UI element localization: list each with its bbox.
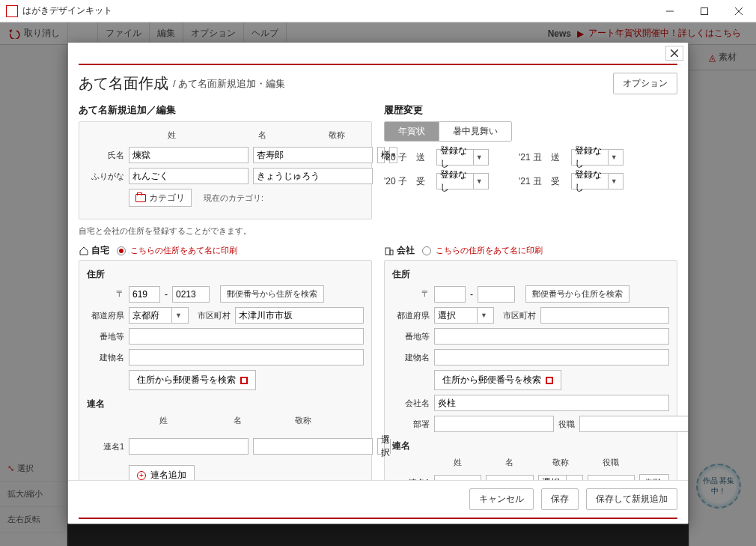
marker-icon	[546, 377, 553, 384]
category-button[interactable]: カテゴリ	[129, 189, 192, 207]
app-icon	[6, 5, 18, 17]
address-note: 自宅と会社の住所を登録することができます。	[79, 225, 677, 237]
home-renmei-mei[interactable]	[253, 438, 373, 455]
home-renmei-keisho[interactable]: 選択▼	[377, 438, 385, 455]
current-category-label: 現在のカテゴリ:	[204, 192, 263, 204]
company-zip2[interactable]	[478, 286, 515, 303]
company-yakushoku[interactable]	[579, 416, 688, 432]
home-renmei-sei[interactable]	[129, 438, 249, 455]
hist-21-recv[interactable]: 登録なし▼	[571, 173, 624, 189]
atena-edit-modal: あて名面作成 / あて名面新規追加・編集 オプション あて名新規追加／編集 姓 …	[67, 42, 689, 524]
window-minimize-button[interactable]	[653, 0, 687, 22]
home-renmei-add[interactable]: + 連名追加	[129, 465, 195, 480]
modal-close-button[interactable]	[665, 46, 683, 61]
titlebar: はがきデザインキット	[0, 0, 756, 22]
radio-home[interactable]	[117, 246, 126, 255]
company-city[interactable]	[540, 307, 669, 324]
modal-footer: キャンセル 保存 保存して新規追加	[68, 480, 688, 518]
company-banchi[interactable]	[434, 328, 669, 345]
home-address-panel: 住所 〒 - 郵便番号から住所を検索 都道府県 京都府▼ 市区町村	[79, 260, 372, 480]
home-city[interactable]	[235, 307, 364, 324]
home-zip2[interactable]	[172, 286, 210, 303]
toggle-shochu[interactable]: 暑中見舞い	[439, 122, 511, 141]
input-sei[interactable]	[129, 147, 249, 163]
cancel-button[interactable]: キャンセル	[469, 488, 534, 510]
toggle-nengajo[interactable]: 年賀状	[385, 122, 439, 141]
hist-21-send[interactable]: 登録なし▼	[571, 149, 624, 166]
minimize-icon	[666, 7, 674, 15]
marker-icon	[240, 377, 248, 384]
history-toggle[interactable]: 年賀状 暑中見舞い	[384, 121, 512, 142]
home-icon	[79, 246, 88, 255]
company-renmei-yakushoku[interactable]	[588, 475, 635, 481]
home-addr-to-postal[interactable]: 住所から郵便番号を検索	[129, 370, 256, 390]
input-mei[interactable]	[253, 147, 373, 163]
company-renmei-mei[interactable]	[486, 475, 533, 481]
plus-icon: +	[137, 471, 146, 480]
radio-company[interactable]	[422, 246, 431, 255]
section-history: 履歴変更	[384, 103, 677, 117]
svg-rect-1	[701, 7, 708, 14]
hist-20-recv[interactable]: 登録なし▼	[436, 173, 489, 189]
close-icon	[671, 49, 678, 57]
company-address-panel: 住所 〒 - 郵便番号から住所を検索 都道府県 選択▼ 市区町村	[384, 260, 677, 480]
company-postal-search[interactable]: 郵便番号から住所を検索	[525, 285, 630, 303]
company-addr-to-postal[interactable]: 住所から郵便番号を検索	[434, 370, 561, 390]
modal-option-button[interactable]: オプション	[613, 73, 677, 94]
input-keisho[interactable]: 様	[377, 147, 385, 163]
company-busho[interactable]	[434, 416, 554, 432]
window-close-button[interactable]	[722, 0, 756, 22]
home-zip1[interactable]	[129, 286, 160, 303]
home-pref-select[interactable]: 京都府▼	[129, 307, 189, 324]
section-name-edit: あて名新規追加／編集	[79, 103, 372, 117]
company-name-input[interactable]	[434, 395, 669, 411]
save-button[interactable]: 保存	[541, 488, 579, 510]
modal-title: あて名面作成	[79, 73, 168, 94]
maximize-icon	[701, 7, 708, 15]
window-maximize-button[interactable]	[687, 0, 722, 22]
modal-subtitle: / あて名面新規追加・編集	[173, 77, 285, 91]
home-banchi[interactable]	[129, 328, 364, 345]
company-icon	[384, 246, 394, 255]
input-sei-kana[interactable]	[129, 168, 249, 184]
history-panel: 年賀状 暑中見舞い '20 子 送 登録なし▼ '21 丑 送 登録なし▼ '2…	[384, 121, 677, 189]
svg-rect-7	[390, 250, 393, 255]
close-icon	[735, 7, 743, 15]
app-title: はがきデザインキット	[22, 4, 653, 17]
folder-icon	[135, 194, 146, 202]
company-building[interactable]	[434, 349, 669, 365]
company-renmei-keisho[interactable]: 選択▼	[538, 475, 583, 481]
home-building[interactable]	[129, 349, 364, 365]
company-pref-select[interactable]: 選択▼	[434, 307, 494, 324]
company-renmei-sei[interactable]	[434, 475, 481, 481]
svg-rect-6	[385, 248, 390, 255]
input-mei-kana[interactable]	[253, 168, 373, 184]
save-and-add-button[interactable]: 保存して新規追加	[586, 488, 677, 510]
company-renmei-delete[interactable]: 削除	[639, 474, 669, 480]
company-zip1[interactable]	[434, 286, 466, 303]
home-postal-search[interactable]: 郵便番号から住所を検索	[220, 285, 324, 303]
hist-20-send[interactable]: 登録なし▼	[436, 149, 489, 166]
name-panel: 姓 名 敬称 氏名 様 ▼ ふりがな	[79, 121, 372, 219]
